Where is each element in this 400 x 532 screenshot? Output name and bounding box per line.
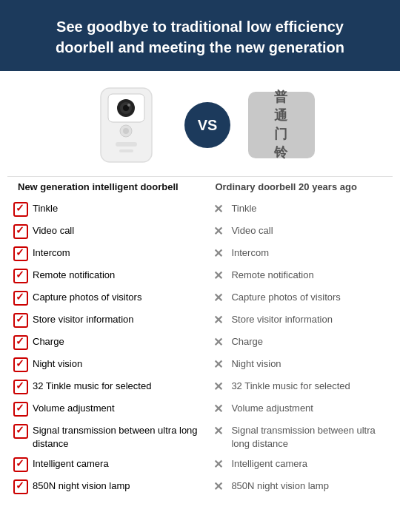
feature-label-right: Charge	[231, 335, 263, 349]
check-icon	[13, 424, 28, 439]
feature-label-left: Store visitor information	[33, 313, 134, 326]
x-icon: ✕	[213, 402, 227, 415]
table-row: Signal transmission between ultra long d…	[7, 420, 393, 454]
vs-badge: VS	[184, 102, 230, 148]
feature-label-right: Intelligent camera	[231, 457, 307, 471]
x-icon: ✕	[213, 457, 227, 471]
check-icon	[13, 291, 28, 306]
x-icon: ✕	[213, 424, 227, 437]
table-row: Intelligent camera✕Intelligent camera	[7, 454, 393, 476]
new-doorbell-image	[85, 84, 167, 166]
feature-label-right: Remote notification	[231, 269, 313, 282]
table-row: Intercom✕Intercom	[7, 243, 393, 265]
feature-label-right: Tinkle	[231, 202, 256, 215]
x-icon: ✕	[213, 246, 227, 260]
feature-label-right: 850N night vision lamp	[231, 479, 329, 493]
x-icon: ✕	[213, 224, 227, 238]
check-icon	[13, 357, 28, 372]
table-row: Tinkle✕Tinkle	[7, 198, 393, 220]
main-content: VS 普 通 门 铃 New generation intelligent do…	[0, 71, 400, 505]
check-icon	[13, 313, 28, 328]
feature-label-left: Intercom	[33, 246, 70, 260]
feature-label-right: Night vision	[231, 357, 281, 371]
svg-point-5	[127, 104, 130, 107]
x-icon: ✕	[213, 291, 227, 304]
comparison-table: New generation intelligent doorbell Ordi…	[7, 176, 393, 498]
left-col-header: New generation intelligent doorbell	[7, 177, 207, 199]
feature-label-right: Intercom	[231, 246, 269, 260]
check-icon	[13, 246, 28, 261]
check-icon	[13, 402, 28, 417]
table-row: Night vision✕Night vision	[7, 354, 393, 376]
header-text: See goodbye to traditional low efficienc…	[56, 18, 344, 55]
feature-label-right: Signal transmission between ultra long d…	[231, 424, 390, 450]
new-doorbell-svg	[95, 87, 158, 164]
check-icon	[13, 380, 28, 394]
x-icon: ✕	[213, 380, 227, 393]
product-comparison-images: VS 普 通 门 铃	[7, 71, 393, 173]
table-row: Charge✕Charge	[7, 331, 393, 354]
svg-point-7	[123, 128, 129, 134]
x-icon: ✕	[213, 313, 227, 326]
check-icon	[13, 269, 28, 283]
feature-label-left: Tinkle	[33, 202, 58, 215]
feature-label-right: Store visitor information	[231, 313, 333, 326]
check-icon	[13, 335, 28, 350]
table-row: Capture photos of visitors✕Capture photo…	[7, 287, 393, 309]
x-icon: ✕	[213, 357, 227, 371]
feature-label-right: Video call	[231, 224, 273, 238]
feature-label-left: 850N night vision lamp	[33, 479, 130, 493]
table-row: 32 Tinkle music for selected✕32 Tinkle m…	[7, 376, 393, 398]
feature-label-right: 32 Tinkle music for selected	[231, 380, 350, 393]
feature-label-right: Capture photos of visitors	[231, 291, 340, 304]
feature-label-left: Charge	[33, 335, 64, 349]
check-icon	[13, 202, 28, 217]
table-row: 850N night vision lamp✕850N night vision…	[7, 476, 393, 498]
x-icon: ✕	[213, 479, 227, 493]
table-row: Video call✕Video call	[7, 220, 393, 243]
feature-label-left: Remote notification	[33, 269, 115, 282]
old-doorbell-image: 普 通 门 铃	[248, 92, 315, 158]
feature-label-left: Video call	[33, 224, 74, 238]
page-header: See goodbye to traditional low efficienc…	[0, 0, 400, 71]
x-icon: ✕	[213, 269, 227, 282]
feature-label-left: Capture photos of visitors	[33, 291, 141, 304]
feature-label-left: Volume adjustment	[33, 402, 115, 415]
feature-label-right: Volume adjustment	[231, 402, 313, 415]
table-row: Store visitor information✕Store visitor …	[7, 309, 393, 331]
feature-label-left: Night vision	[33, 357, 82, 371]
table-row: Remote notification✕Remote notification	[7, 265, 393, 287]
check-icon	[13, 479, 28, 494]
feature-label-left: 32 Tinkle music for selected	[33, 380, 151, 393]
right-col-header: Ordinary doorbell 20 years ago	[207, 177, 393, 199]
svg-rect-9	[119, 149, 133, 152]
x-icon: ✕	[213, 202, 227, 215]
feature-label-left: Signal transmission between ultra long d…	[33, 424, 204, 450]
table-row: Volume adjustment✕Volume adjustment	[7, 398, 393, 420]
table-header-row: New generation intelligent doorbell Ordi…	[7, 177, 393, 199]
svg-rect-8	[116, 142, 137, 147]
check-icon	[13, 224, 28, 239]
x-icon: ✕	[213, 335, 227, 349]
check-icon	[13, 457, 28, 472]
feature-label-left: Intelligent camera	[33, 457, 109, 471]
